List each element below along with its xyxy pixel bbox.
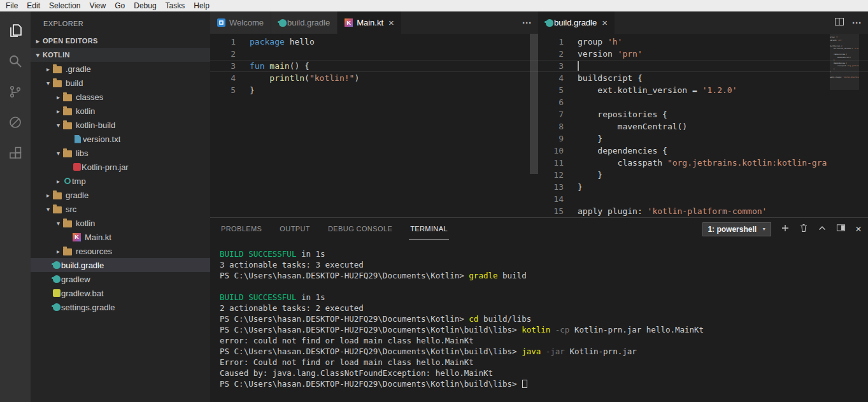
- editor-area: Welcomebuild.gradleMain.kt× ··· 1package…: [210, 11, 868, 402]
- menu-item-help[interactable]: Help: [189, 1, 214, 11]
- panel-tab-problems[interactable]: PROBLEMS: [220, 218, 263, 240]
- welcome-file-icon: [217, 18, 225, 27]
- tree-item-label: src: [66, 205, 76, 214]
- panel-tab-terminal[interactable]: TERMINAL: [409, 218, 449, 240]
- folder-icon: [63, 108, 72, 115]
- line-number: 1: [538, 36, 564, 48]
- terminal-line: PS C:\Users\hasan.DESKTOP-HU2FQ29\Docume…: [220, 378, 868, 389]
- code-line: 11 classpath "org.jetbrains.kotlin:kotli…: [538, 157, 868, 169]
- open-editors-section[interactable]: ▸ OPEN EDITORS: [31, 34, 210, 48]
- tree-item-label: Main.kt: [85, 233, 111, 242]
- code-2: 1group 'h'2version 'prn'34buildscript {5…: [538, 36, 868, 217]
- section-label: OPEN EDITORS: [43, 37, 98, 45]
- split-editor-icon[interactable]: [834, 17, 844, 29]
- tab-build.gradle[interactable]: build.gradle: [271, 11, 338, 34]
- tree-item-.gradle[interactable]: ▸.gradle: [31, 62, 210, 76]
- menu-item-go[interactable]: Go: [110, 1, 129, 11]
- line-number: 5: [210, 84, 236, 96]
- line-number: 11: [538, 157, 564, 169]
- folder-icon: [53, 192, 62, 199]
- gradle-icon: [53, 275, 60, 283]
- tree-item-label: kotlin: [76, 219, 95, 228]
- more-actions-icon[interactable]: ···: [852, 17, 862, 28]
- text-cursor: [578, 61, 579, 71]
- tree-item-gradlew.bat[interactable]: gradlew.bat: [31, 286, 210, 300]
- folder-icon: [53, 66, 62, 73]
- line-number: 10: [538, 145, 564, 157]
- tab-build.gradle[interactable]: build.gradle×: [538, 11, 615, 34]
- debug-activity-button[interactable]: [0, 108, 31, 139]
- minimap[interactable]: group 'h'version 'prn'buildscript { ext.…: [830, 34, 859, 217]
- gradle-file-icon: [279, 19, 287, 27]
- maximize-panel-button[interactable]: [818, 224, 827, 235]
- explorer-activity-button[interactable]: [0, 17, 31, 47]
- tree-item-version.txt[interactable]: version.txt: [31, 132, 210, 146]
- extensions-activity-button[interactable]: [0, 139, 31, 169]
- tree-item-main.kt[interactable]: Main.kt: [31, 230, 210, 244]
- search-activity-button[interactable]: [0, 47, 31, 78]
- menu-item-edit[interactable]: Edit: [22, 1, 45, 11]
- kill-terminal-button[interactable]: [799, 224, 808, 235]
- code-line: 14: [538, 193, 868, 205]
- tree-item-kotlin-build[interactable]: ▾kotlin-build: [31, 118, 210, 132]
- tree-item-build.gradle[interactable]: build.gradle: [31, 258, 210, 272]
- shell-select-label: 1: powershell: [708, 225, 757, 234]
- menu-item-file[interactable]: File: [1, 1, 22, 11]
- close-tab-icon[interactable]: ×: [388, 18, 394, 27]
- chevron-down-icon: ▾: [43, 80, 53, 87]
- line-number: 14: [538, 193, 564, 205]
- file-tree: ▸.gradle▾build▸classes▸kotlin▾kotlin-bui…: [31, 62, 210, 314]
- tree-item-kotlin[interactable]: ▸kotlin: [31, 104, 210, 118]
- terminal-output[interactable]: BUILD SUCCESSFUL in 1s3 actionable tasks…: [210, 240, 868, 402]
- menu-item-debug[interactable]: Debug: [129, 1, 160, 11]
- code-line: 8 mavenCentral(): [538, 120, 868, 133]
- tab-label: build.gradle: [287, 18, 330, 27]
- terminal-line: BUILD SUCCESSFUL in 1s: [220, 292, 868, 303]
- terminal-line: Caused by: java.lang.ClassNotFoundExcept…: [220, 368, 868, 378]
- extensions-icon: [8, 145, 23, 163]
- tree-item-kotlin[interactable]: ▾kotlin: [31, 216, 210, 230]
- panel-tab-output[interactable]: OUTPUT: [278, 218, 311, 240]
- tree-item-label: libs: [76, 148, 89, 158]
- vertical-scrollbar[interactable]: [530, 34, 538, 174]
- chevron-right-icon: ▸: [53, 178, 63, 185]
- folder-icon: [63, 248, 72, 255]
- menu-item-selection[interactable]: Selection: [45, 1, 85, 11]
- section-label: KOTLIN: [43, 51, 70, 59]
- terminal-line: Error: Could not find or load main class…: [220, 357, 868, 368]
- tree-item-build[interactable]: ▾build: [31, 76, 210, 90]
- tree-item-label: version.txt: [83, 134, 120, 144]
- tree-item-kotlin-prn.jar[interactable]: Kotlin-prn.jar: [31, 160, 210, 174]
- line-number: 3: [538, 60, 564, 72]
- line-number: 8: [538, 120, 564, 133]
- line-number: 7: [538, 108, 564, 120]
- move-panel-button[interactable]: [836, 223, 846, 235]
- more-actions-icon[interactable]: ···: [522, 17, 532, 28]
- line-number: 13: [538, 181, 564, 193]
- tab-main.kt[interactable]: Main.kt×: [338, 11, 402, 34]
- close-panel-button[interactable]: ×: [855, 224, 862, 234]
- tree-item-gradle[interactable]: ▸gradle: [31, 188, 210, 202]
- tree-item-label: resources: [76, 247, 112, 256]
- workspace-section[interactable]: ▾ KOTLIN: [31, 48, 210, 62]
- tree-item-settings.gradle[interactable]: settings.gradle: [31, 300, 210, 314]
- tree-item-tmp[interactable]: ▸tmp: [31, 174, 210, 188]
- editor-main-kt[interactable]: 1package hello23fun main() {4 println("k…: [210, 34, 538, 217]
- tree-item-classes[interactable]: ▸classes: [31, 90, 210, 104]
- source-control-activity-button[interactable]: [0, 78, 31, 108]
- new-terminal-button[interactable]: [781, 224, 790, 235]
- menu-item-view[interactable]: View: [85, 1, 110, 11]
- tab-welcome[interactable]: Welcome: [210, 11, 271, 34]
- tree-item-resources[interactable]: ▸resources: [31, 244, 210, 258]
- chevron-down-icon: ▾: [43, 206, 53, 213]
- tree-item-libs[interactable]: ▾libs: [31, 146, 210, 160]
- tree-item-label: Kotlin-prn.jar: [82, 162, 129, 172]
- editor-build-gradle[interactable]: 1group 'h'2version 'prn'34buildscript {5…: [538, 34, 868, 217]
- close-tab-icon[interactable]: ×: [602, 18, 608, 27]
- tree-item-src[interactable]: ▾src: [31, 202, 210, 216]
- menu-item-tasks[interactable]: Tasks: [161, 1, 190, 11]
- panel-tab-debug-console[interactable]: DEBUG CONSOLE: [327, 218, 394, 240]
- terminal-shell-select[interactable]: 1: powershell ▼: [702, 222, 771, 236]
- tree-item-gradlew[interactable]: gradlew: [31, 272, 210, 286]
- folder-icon: [63, 122, 72, 129]
